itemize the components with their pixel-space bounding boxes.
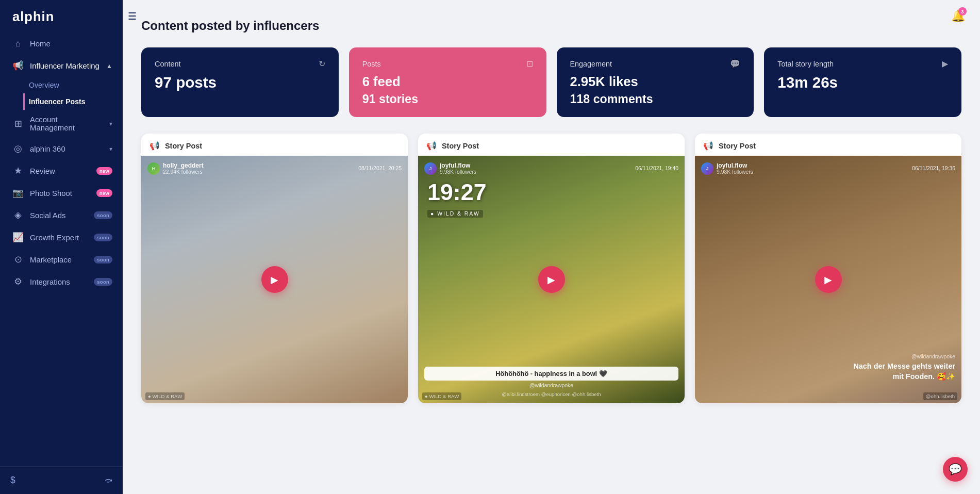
stat-label: Content [155,60,180,68]
post-followers: 9.98K followers [440,169,476,175]
soon-badge: soon [94,234,112,241]
sidebar-item-influencer-posts[interactable]: Influencer Posts [23,93,123,110]
sidebar-item-alphin-360[interactable]: ◎ alphin 360 ▾ [0,138,123,160]
logout-icon[interactable]: ⤼ [105,475,112,486]
sidebar-item-review[interactable]: ★ Review new [0,160,123,182]
watermark-2: ● WILD & RAW [422,392,461,400]
sidebar-item-label: alphin 360 [30,145,103,153]
avatar: H [147,162,160,175]
stat-card-posts: Posts ⊡ 6 feed 91 stories [349,47,546,117]
post-card-header: 📢 Story Post [695,134,961,156]
avatar: J [701,162,713,175]
copy-icon: ⊡ [526,59,533,69]
post-card-3: 📢 Story Post J joyful.flow 9.98K followe… [695,134,961,403]
notification-bell[interactable]: 🔔 3 [949,6,968,25]
post-date: 06/11/2021, 19:36 [912,166,955,171]
chevron-down-icon: ▾ [109,145,112,153]
post-card-1: 📢 Story Post H holly_geddert 22.94K foll… [141,134,408,403]
sidebar-item-social-ads[interactable]: ◈ Social Ads soon [0,204,123,226]
stats-row: Content ↻ 97 posts Posts ⊡ 6 feed 91 sto… [141,47,961,117]
growth-icon: 📈 [12,232,24,243]
sidebar-item-marketplace[interactable]: ⊙ Marketplace soon [0,249,123,271]
star-icon: ★ [12,166,24,176]
watermark-1: ● WILD & RAW [145,392,185,400]
sidebar-item-label: Social Ads [30,211,88,220]
sidebar-item-label: Influencer Marketing [30,62,100,70]
stat-card-header: Posts ⊡ [362,59,533,69]
thumb-top-info: J joyful.flow 9.98K followers 06/11/2021… [424,162,678,175]
soon-badge: soon [94,278,112,286]
post-type-label: Story Post [719,142,756,150]
stat-card-story-length: Total story length ▶ 13m 26s [764,47,961,117]
post-type-label: Story Post [165,142,202,150]
grid-icon: ⊞ [12,119,24,129]
post-username: holly_geddert [163,162,204,169]
sidebar-item-label: Review [30,167,90,175]
play-button-2[interactable]: ▶ [538,266,565,293]
play-button-1[interactable]: ▶ [261,266,288,293]
marketplace-icon: ⊙ [12,254,24,265]
circle-icon: ◎ [12,143,24,154]
story-post-icon: 📢 [426,141,437,151]
post-card-header: 📢 Story Post [141,134,408,156]
sidebar-item-label: Integrations [30,278,88,286]
post-thumbnail-3[interactable]: J joyful.flow 9.98K followers 06/11/2021… [695,156,961,403]
post-username: joyful.flow [440,162,476,169]
notification-count: 3 [958,7,967,15]
stat-label: Total story length [777,60,834,68]
stat-card-header: Content ↻ [155,59,325,69]
dollar-icon[interactable]: $ [10,475,15,486]
post-caption: Höhöhöhö - happiness in a bowl 🖤 [424,367,678,381]
influencer-marketing-submenu: Overview Influencer Posts [0,77,123,110]
page-title: Content posted by influencers [141,19,961,33]
post-thumbnail-1[interactable]: H holly_geddert 22.94K followers 08/11/2… [141,156,408,403]
megaphone-icon: 📢 [12,60,24,71]
story-post-icon: 📢 [703,141,713,151]
menu-toggle-button[interactable]: ☰ [128,10,137,22]
main-content: Content posted by influencers Content ↻ … [123,0,980,494]
new-badge: new [96,167,112,175]
post-date: 06/11/2021, 19:40 [635,166,678,171]
sidebar-item-integrations[interactable]: ⚙ Integrations soon [0,271,123,293]
post-thumbnail-2[interactable]: J joyful.flow 9.98K followers 06/11/2021… [418,156,685,403]
sidebar-item-influencer-marketing[interactable]: 📢 Influencer Marketing ▲ [0,55,123,77]
sidebar-logo: alphin [0,0,123,32]
sidebar-item-label: Photo Shoot [30,189,90,197]
post-tags: @wildandrawpoke [424,383,678,388]
sidebar-item-growth-expert[interactable]: 📈 Growth Expert soon [0,226,123,249]
chevron-down-icon: ▾ [109,120,112,127]
sidebar-item-label: Account Management [30,116,103,132]
sidebar-item-photo-shoot[interactable]: 📷 Photo Shoot new [0,182,123,204]
chat-fab-button[interactable]: 💬 [943,457,968,482]
posts-grid: 📢 Story Post H holly_geddert 22.94K foll… [141,134,961,403]
stat-value-stories: 91 stories [362,93,533,106]
home-icon: ⌂ [12,38,24,49]
thumb-top-info: H holly_geddert 22.94K followers 08/11/2… [147,162,402,175]
sidebar-item-overview[interactable]: Overview [29,77,123,93]
comment-icon: 💬 [730,59,740,69]
stat-label: Posts [362,60,381,68]
sidebar-item-label: Home [30,40,112,48]
stat-card-header: Engagement 💬 [570,59,741,69]
settings-icon: ⚙ [12,276,24,287]
sidebar-item-home[interactable]: ⌂ Home [0,32,123,55]
camera-icon: 📷 [12,188,24,199]
post-tag-1: @wildandrawpoke [701,354,955,359]
stat-value-comments: 118 comments [570,93,741,106]
sidebar-item-account-management[interactable]: ⊞ Account Management ▾ [0,110,123,138]
stat-card-content: Content ↻ 97 posts [141,47,339,117]
play-button-3[interactable]: ▶ [815,266,842,293]
chevron-up-icon: ▲ [106,62,112,70]
new-badge: new [96,189,112,197]
post-type-label: Story Post [442,142,479,150]
stat-card-header: Total story length ▶ [777,59,948,69]
post-caption-3: Nach der Messe gehts weitermit Fooden. 🥰… [701,361,955,382]
post-bottom-tags: @alibi.lindstroem @euphoricen @ohh.lisbe… [424,391,678,397]
stat-label: Engagement [570,60,612,68]
sidebar: alphin ⌂ Home 📢 Influencer Marketing ▲ O… [0,0,123,494]
post-date: 08/11/2021, 20:25 [358,166,402,171]
post-card-header: 📢 Story Post [418,134,685,156]
stat-value: 97 posts [155,74,325,91]
sidebar-item-label: Marketplace [30,256,88,264]
post-followers: 22.94K followers [163,169,204,175]
